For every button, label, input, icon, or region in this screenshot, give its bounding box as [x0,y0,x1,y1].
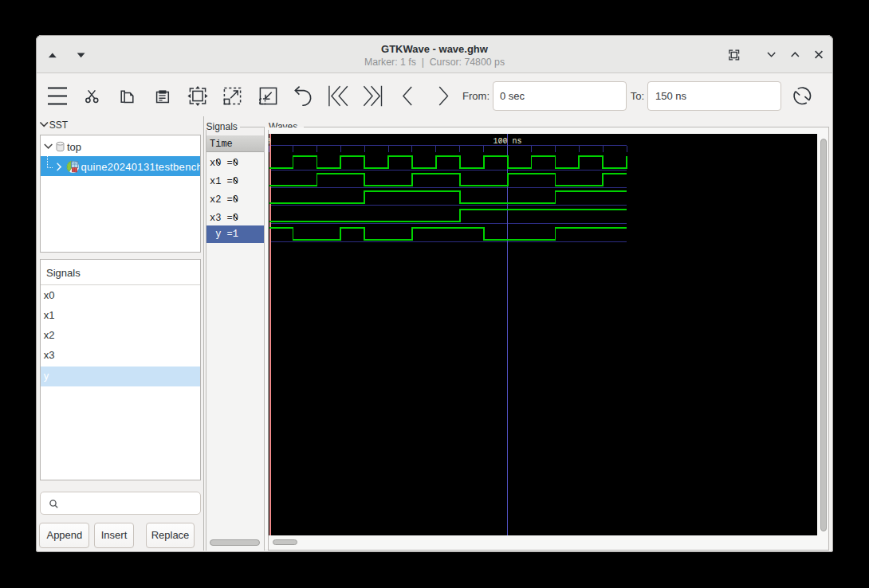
svg-text:100 ns: 100 ns [493,137,522,146]
